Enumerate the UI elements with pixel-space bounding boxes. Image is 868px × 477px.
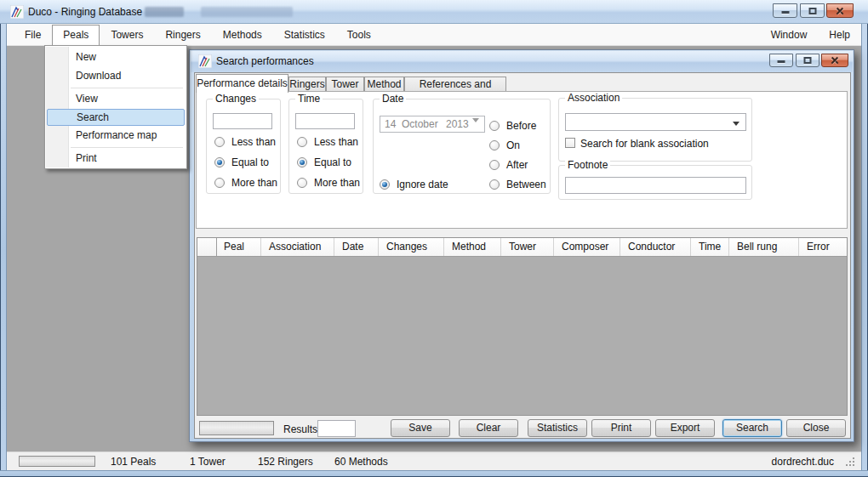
changes-group: Changes Less than Equal to More than [206,99,281,194]
column-header-bell-rung[interactable]: Bell rung [729,238,799,256]
tab-performance-details[interactable]: Performance details [196,74,288,93]
column-header-error[interactable]: Error [799,238,848,256]
menu-file[interactable]: File [14,26,52,44]
changes-group-label: Changes [213,93,259,105]
changes-less-than-radio[interactable] [214,137,225,147]
status-file-name: dordrecht.duc [772,456,834,468]
dropdown-arrow-icon [733,122,740,126]
status-progress-bar [19,456,95,467]
date-month: October [402,118,438,130]
menu-item-performance-map[interactable]: Performance map [47,127,185,145]
changes-input[interactable] [213,113,272,129]
row-selector-header [197,238,217,256]
menu-item-print[interactable]: Print [47,150,185,168]
date-year: 2013 [446,118,469,130]
status-towers-count: 1 Tower [190,456,226,468]
changes-less-than-label: Less than [231,136,276,148]
menu-item-search[interactable]: Search [47,109,185,126]
time-more-than-label: More than [314,177,360,189]
association-combobox[interactable] [565,113,746,131]
menu-methods[interactable]: Methods [212,26,273,44]
date-after-radio[interactable] [489,160,500,170]
changes-equal-to-label: Equal to [231,156,269,168]
date-on-radio[interactable] [489,140,500,150]
maximize-button[interactable] [800,3,825,18]
statistics-button[interactable]: Statistics [528,419,587,437]
changes-equal-to-radio[interactable] [214,157,225,168]
minimize-button[interactable] [773,3,797,18]
main-window: Duco - Ringing Database File Peals Tower… [0,0,868,477]
results-label: Results [283,423,317,435]
column-header-composer[interactable]: Composer [554,238,620,256]
close-icon [830,55,840,65]
menu-separator [71,88,183,88]
time-equal-to-label: Equal to [314,156,351,168]
app-icon[interactable] [10,5,24,19]
menu-peals[interactable]: Peals [52,25,100,45]
time-less-than-radio[interactable] [297,137,307,147]
print-button[interactable]: Print [591,419,651,437]
time-input[interactable] [295,113,355,129]
child-window-icon[interactable] [198,54,212,68]
tab-ringers[interactable]: Ringers [288,77,326,92]
association-group: Association Search for blank association [558,98,752,162]
time-group-label: Time [295,93,323,105]
resize-grip[interactable] [846,457,854,466]
menu-ringers[interactable]: Ringers [154,26,211,44]
performance-details-page: Changes Less than Equal to More than Tim… [196,91,848,229]
status-bar: 101 Peals 1 Tower 152 Ringers 60 Methods… [7,451,861,470]
menu-window[interactable]: Window [760,26,819,44]
column-header-time[interactable]: Time [691,238,729,256]
time-more-than-radio[interactable] [297,178,307,188]
ignore-date-radio[interactable] [380,179,390,190]
ignore-date-label: Ignore date [397,179,448,190]
child-close-button[interactable] [821,54,848,67]
window-border-right [861,24,868,477]
results-count-field[interactable] [317,420,356,437]
time-less-than-label: Less than [314,136,358,148]
close-button[interactable] [826,3,854,18]
search-performances-window: Search performances Performance details … [189,49,854,442]
column-header-date[interactable]: Date [334,238,379,256]
menu-item-new[interactable]: New [47,48,185,66]
save-button[interactable]: Save [391,419,450,437]
menu-statistics[interactable]: Statistics [273,26,336,44]
blank-association-checkbox[interactable] [565,138,575,148]
redacted-text [145,7,184,17]
child-window-title: Search performances [216,55,314,67]
dropdown-arrow-icon [472,118,479,122]
footnote-input[interactable] [565,177,746,194]
search-button[interactable]: Search [722,419,782,437]
time-equal-to-radio[interactable] [297,157,307,168]
changes-more-than-radio[interactable] [214,178,225,188]
status-ringers-count: 152 Ringers [258,456,313,468]
clear-button[interactable]: Clear [459,419,518,437]
date-group: Date 14 October 2013 Before On After Bet… [373,99,551,194]
child-minimize-button[interactable] [769,54,793,67]
window-title: Duco - Ringing Database [28,6,142,18]
column-header-association[interactable]: Association [261,238,334,256]
column-header-tower[interactable]: Tower [501,238,554,256]
menu-item-view[interactable]: View [47,90,185,108]
column-header-conductor[interactable]: Conductor [620,238,691,256]
results-grid: Peal Association Date Changes Method Tow… [197,237,848,416]
column-header-changes[interactable]: Changes [379,238,444,256]
date-before-radio[interactable] [489,121,500,131]
menu-item-download[interactable]: Download [47,67,185,85]
menu-help[interactable]: Help [818,26,861,44]
tab-method[interactable]: Method [364,77,404,92]
footnote-group: Footnote [558,165,752,200]
window-border-bottom [0,470,868,477]
tab-references-and-notes[interactable]: References and Notes [404,77,506,92]
column-header-method[interactable]: Method [444,238,501,256]
child-restore-button[interactable] [796,54,819,67]
export-button[interactable]: Export [655,419,715,437]
column-header-peal[interactable]: Peal [216,238,261,256]
tab-tower[interactable]: Tower [326,77,364,92]
date-on-label: On [506,139,520,151]
close-search-button[interactable]: Close [786,419,846,437]
menu-tools[interactable]: Tools [336,26,382,44]
footnote-group-label: Footnote [565,159,610,171]
date-between-radio[interactable] [489,179,500,190]
menu-towers[interactable]: Towers [100,26,154,44]
